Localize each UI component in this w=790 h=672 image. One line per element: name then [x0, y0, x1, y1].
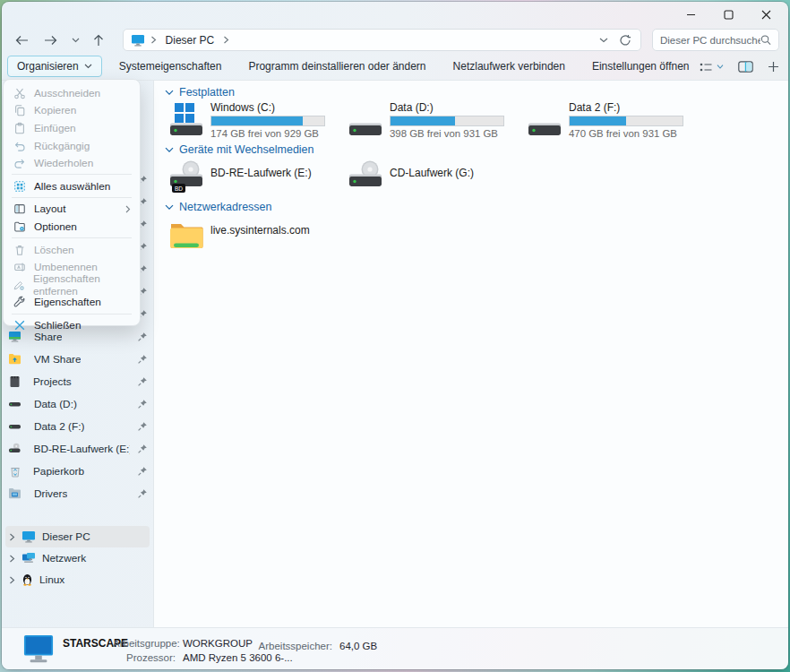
menu-item-label: Alles auswählen	[34, 180, 110, 193]
menu-item-select-all[interactable]: Alles auswählen	[4, 177, 140, 195]
menu-item-layout[interactable]: Layout	[4, 201, 140, 219]
preview-pane-button[interactable]	[738, 61, 753, 73]
cd-drive-icon	[346, 158, 385, 197]
detail-value: 64,0 GB	[339, 640, 377, 652]
capacity-bar	[210, 116, 325, 126]
sidebar-item-recycle-bin[interactable]: Papierkorb	[2, 460, 153, 482]
menu-separator	[12, 174, 132, 175]
tree-item-network[interactable]: Netzwerk	[5, 547, 150, 569]
drive-tile-cd-g[interactable]: CD-Laufwerk (G:)	[333, 158, 512, 197]
copy-icon	[13, 104, 26, 116]
drive-tile-data-d[interactable]: Data (D:) 398 GB frei von 931 GB	[333, 100, 512, 139]
capacity-bar-fill	[211, 116, 303, 125]
chevron-right-icon[interactable]	[9, 555, 15, 563]
forward-button[interactable]	[39, 30, 63, 51]
organize-button[interactable]: Organisieren	[7, 56, 102, 77]
breadcrumb-this-pc[interactable]: Dieser PC	[162, 33, 219, 47]
menu-item-options[interactable]: Optionen	[4, 218, 140, 236]
sidebar-item-bd-re-drive[interactable]: BD-RE-Laufwerk (E:)	[2, 437, 153, 460]
layout-icon	[13, 202, 26, 215]
optical-drive-icon	[8, 443, 21, 454]
sidebar-item-data2-f[interactable]: Data 2 (F:)	[2, 415, 153, 437]
organize-label: Organisieren	[17, 60, 79, 73]
navigation-bar: Dieser PC Dieser PC durchsuchen	[2, 27, 788, 53]
uninstall-program-button[interactable]: Programm deinstallieren oder ändern	[238, 56, 435, 77]
menu-item-label: Optionen	[34, 220, 77, 233]
menu-item-label: Wiederholen	[34, 157, 93, 169]
pin-icon	[137, 376, 148, 387]
sidebar-item-projects[interactable]: Projects	[2, 370, 153, 392]
chevron-down-icon	[717, 65, 724, 69]
search-input[interactable]: Dieser PC durchsuchen	[652, 29, 779, 51]
cut-icon	[13, 87, 26, 99]
collapse-chevron-icon[interactable]	[165, 204, 174, 211]
menu-item-label: Einfügen	[34, 122, 76, 134]
details-pane: STARSCAPE Arbeitsgruppe: WORKGROUP Proze…	[2, 627, 788, 669]
menu-item-close[interactable]: Schließen	[4, 316, 140, 334]
free-space-caption: 398 GB frei von 931 GB	[390, 128, 504, 139]
sidebar-item-vm-share[interactable]: VM Share	[2, 348, 153, 370]
sidebar-item-drivers[interactable]: Drivers	[2, 482, 153, 504]
view-options-button[interactable]	[700, 62, 724, 73]
explorer-window: Dieser PC Dieser PC durchsuchen Organisi…	[2, 2, 788, 669]
network-location-name: live.sysinternals.com	[210, 215, 310, 254]
command-bar: Organisieren Systemeigenschaften Program…	[2, 53, 788, 81]
pin-icon	[137, 488, 148, 499]
drive-tile-data2-f[interactable]: Data 2 (F:) 470 GB frei von 931 GB	[512, 100, 691, 139]
hard-drive-tiles: Windows (C:) 174 GB frei von 929 GB Data…	[154, 100, 788, 139]
menu-item-paste: Einfügen	[4, 119, 140, 137]
sidebar-item-label: Data (D:)	[34, 398, 77, 410]
drive-tile-windows-c[interactable]: Windows (C:) 174 GB frei von 929 GB	[154, 100, 333, 139]
tree-item-linux[interactable]: Linux	[5, 569, 150, 590]
network-tile-sysinternals[interactable]: live.sysinternals.com	[154, 215, 333, 254]
address-dropdown-icon[interactable]	[599, 38, 608, 43]
sidebar-item-label: Data 2 (F:)	[34, 420, 84, 433]
collapse-chevron-icon[interactable]	[165, 90, 174, 96]
sidebar-item-label: BD-RE-Laufwerk (E:)	[34, 443, 130, 455]
network-folder-icon	[167, 215, 206, 254]
detail-label: Arbeitsgruppe:	[113, 637, 176, 650]
sidebar-item-label: Projects	[33, 375, 72, 388]
system-properties-button[interactable]: Systemeigenschaften	[109, 56, 232, 77]
drive-tile-bd-re-e[interactable]: BD BD-RE-Laufwerk (E:)	[154, 158, 333, 197]
minimize-icon	[686, 10, 696, 20]
drive-icon	[8, 400, 21, 409]
up-button[interactable]	[87, 30, 110, 51]
menu-separator	[12, 197, 132, 198]
capacity-bar	[569, 116, 683, 126]
sidebar-item-data-d[interactable]: Data (D:)	[2, 392, 153, 415]
minimize-button[interactable]	[672, 4, 709, 25]
chevron-right-icon[interactable]	[9, 576, 15, 584]
menu-item-label: Schließen	[34, 319, 81, 332]
collapse-chevron-icon[interactable]	[165, 147, 174, 153]
capacity-bar	[390, 116, 504, 126]
chevron-right-icon[interactable]	[9, 533, 15, 541]
pin-icon	[137, 421, 148, 432]
drive-name: Windows (C:)	[210, 101, 325, 114]
close-button[interactable]	[747, 4, 785, 25]
properties-icon	[13, 296, 26, 308]
open-settings-button[interactable]: Einstellungen öffnen	[582, 56, 700, 77]
maximize-button[interactable]	[709, 4, 747, 25]
menu-item-redo: Wiederholen	[4, 154, 140, 172]
add-button[interactable]	[768, 61, 779, 73]
free-space-caption: 174 GB frei von 929 GB	[210, 128, 325, 139]
detail-value: WORKGROUP	[183, 637, 253, 650]
menu-item-undo: Rückgängig	[4, 137, 140, 155]
paste-icon	[13, 122, 26, 134]
address-bar[interactable]: Dieser PC	[123, 29, 641, 51]
free-space-caption: 470 GB frei von 931 GB	[569, 128, 683, 139]
rename-icon	[13, 261, 26, 273]
back-button[interactable]	[11, 30, 34, 51]
detail-label: Prozessor:	[113, 651, 176, 664]
menu-item-label: Rückgängig	[34, 140, 90, 152]
chevron-down-icon	[84, 64, 92, 69]
search-placeholder: Dieser PC durchsuchen	[660, 35, 760, 46]
refresh-icon[interactable]	[619, 34, 631, 47]
tree-item-label: Dieser PC	[42, 530, 90, 543]
tree-item-this-pc[interactable]: Dieser PC	[5, 526, 150, 547]
tree-item-label: Linux	[39, 573, 64, 586]
map-network-drive-button[interactable]: Netzlaufwerk verbinden	[443, 56, 575, 77]
drive-name: CD-Laufwerk (G:)	[390, 158, 474, 197]
recent-locations-button[interactable]	[67, 30, 83, 51]
